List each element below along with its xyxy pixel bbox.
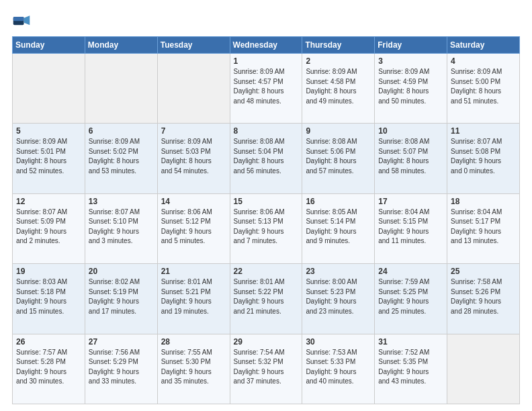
calendar-cell: 20Sunrise: 8:02 AM Sunset: 5:19 PM Dayli… bbox=[85, 264, 157, 334]
calendar-cell: 31Sunrise: 7:52 AM Sunset: 5:35 PM Dayli… bbox=[375, 334, 447, 404]
weekday-header-saturday: Saturday bbox=[447, 37, 520, 54]
day-info: Sunrise: 8:06 AM Sunset: 5:12 PM Dayligh… bbox=[161, 208, 226, 246]
weekday-header-sunday: Sunday bbox=[13, 37, 85, 54]
day-number: 1 bbox=[234, 56, 299, 66]
calendar-cell: 10Sunrise: 8:08 AM Sunset: 5:07 PM Dayli… bbox=[375, 124, 447, 193]
day-number: 6 bbox=[89, 126, 154, 136]
day-number: 20 bbox=[89, 267, 154, 276]
day-number: 3 bbox=[378, 56, 443, 66]
day-info: Sunrise: 8:01 AM Sunset: 5:22 PM Dayligh… bbox=[234, 277, 299, 316]
calendar-cell: 30Sunrise: 7:53 AM Sunset: 5:33 PM Dayli… bbox=[302, 334, 375, 404]
calendar-cell: 27Sunrise: 7:56 AM Sunset: 5:29 PM Dayli… bbox=[85, 334, 157, 404]
calendar-cell: 15Sunrise: 8:06 AM Sunset: 5:13 PM Dayli… bbox=[230, 193, 302, 263]
day-number: 2 bbox=[306, 56, 371, 66]
weekday-header-row: SundayMondayTuesdayWednesdayThursdayFrid… bbox=[13, 37, 520, 54]
weekday-header-thursday: Thursday bbox=[302, 37, 375, 54]
calendar-cell: 13Sunrise: 8:07 AM Sunset: 5:10 PM Dayli… bbox=[85, 193, 157, 263]
logo-area bbox=[12, 12, 34, 31]
day-info: Sunrise: 8:09 AM Sunset: 5:00 PM Dayligh… bbox=[451, 67, 516, 106]
day-number: 13 bbox=[89, 197, 154, 206]
day-info: Sunrise: 8:06 AM Sunset: 5:13 PM Dayligh… bbox=[234, 208, 299, 246]
day-info: Sunrise: 8:07 AM Sunset: 5:10 PM Dayligh… bbox=[89, 208, 154, 246]
calendar-cell: 5Sunrise: 8:09 AM Sunset: 5:01 PM Daylig… bbox=[13, 124, 85, 193]
day-number: 22 bbox=[234, 267, 299, 276]
day-number: 10 bbox=[378, 126, 443, 136]
calendar-cell bbox=[157, 54, 230, 124]
day-info: Sunrise: 8:09 AM Sunset: 5:02 PM Dayligh… bbox=[89, 137, 154, 176]
svg-rect-1 bbox=[13, 17, 24, 21]
day-info: Sunrise: 8:07 AM Sunset: 5:09 PM Dayligh… bbox=[16, 208, 81, 246]
calendar-cell: 16Sunrise: 8:05 AM Sunset: 5:14 PM Dayli… bbox=[302, 193, 375, 263]
calendar-cell: 25Sunrise: 7:58 AM Sunset: 5:26 PM Dayli… bbox=[447, 264, 520, 334]
day-number: 29 bbox=[234, 337, 299, 347]
day-number: 16 bbox=[306, 197, 371, 206]
day-number: 21 bbox=[161, 267, 226, 276]
day-number: 14 bbox=[161, 197, 226, 206]
day-info: Sunrise: 8:02 AM Sunset: 5:19 PM Dayligh… bbox=[89, 277, 154, 316]
calendar-cell: 14Sunrise: 8:06 AM Sunset: 5:12 PM Dayli… bbox=[157, 193, 230, 263]
day-info: Sunrise: 8:09 AM Sunset: 5:01 PM Dayligh… bbox=[16, 137, 81, 176]
calendar-cell: 1Sunrise: 8:09 AM Sunset: 4:57 PM Daylig… bbox=[230, 54, 302, 124]
calendar-cell: 11Sunrise: 8:07 AM Sunset: 5:08 PM Dayli… bbox=[447, 124, 520, 193]
day-number: 5 bbox=[16, 126, 81, 136]
calendar-cell: 7Sunrise: 8:09 AM Sunset: 5:03 PM Daylig… bbox=[157, 124, 230, 193]
day-info: Sunrise: 8:08 AM Sunset: 5:06 PM Dayligh… bbox=[306, 137, 371, 176]
day-number: 30 bbox=[306, 337, 371, 347]
calendar-cell: 29Sunrise: 7:54 AM Sunset: 5:32 PM Dayli… bbox=[230, 334, 302, 404]
day-number: 23 bbox=[306, 267, 371, 276]
calendar-cell: 26Sunrise: 7:57 AM Sunset: 5:28 PM Dayli… bbox=[13, 334, 85, 404]
day-info: Sunrise: 8:04 AM Sunset: 5:15 PM Dayligh… bbox=[378, 208, 443, 246]
svg-marker-2 bbox=[24, 15, 30, 25]
calendar-week-row: 12Sunrise: 8:07 AM Sunset: 5:09 PM Dayli… bbox=[13, 193, 520, 263]
day-info: Sunrise: 8:05 AM Sunset: 5:14 PM Dayligh… bbox=[306, 208, 371, 246]
day-info: Sunrise: 8:00 AM Sunset: 5:23 PM Dayligh… bbox=[306, 277, 371, 316]
calendar-cell: 21Sunrise: 8:01 AM Sunset: 5:21 PM Dayli… bbox=[157, 264, 230, 334]
day-number: 7 bbox=[161, 126, 226, 136]
day-info: Sunrise: 8:07 AM Sunset: 5:08 PM Dayligh… bbox=[451, 137, 516, 176]
calendar-cell: 8Sunrise: 8:08 AM Sunset: 5:04 PM Daylig… bbox=[230, 124, 302, 193]
calendar-cell: 2Sunrise: 8:09 AM Sunset: 4:58 PM Daylig… bbox=[302, 54, 375, 124]
day-number: 26 bbox=[16, 337, 81, 347]
day-number: 19 bbox=[16, 267, 81, 276]
page: SundayMondayTuesdayWednesdayThursdayFrid… bbox=[0, 0, 532, 411]
day-info: Sunrise: 8:09 AM Sunset: 4:57 PM Dayligh… bbox=[234, 67, 299, 106]
calendar-cell: 17Sunrise: 8:04 AM Sunset: 5:15 PM Dayli… bbox=[375, 193, 447, 263]
logo-icon bbox=[12, 12, 31, 31]
day-info: Sunrise: 8:01 AM Sunset: 5:21 PM Dayligh… bbox=[161, 277, 226, 316]
day-number: 9 bbox=[306, 126, 371, 136]
calendar-week-row: 1Sunrise: 8:09 AM Sunset: 4:57 PM Daylig… bbox=[13, 54, 520, 124]
day-info: Sunrise: 8:08 AM Sunset: 5:04 PM Dayligh… bbox=[234, 137, 299, 176]
day-number: 17 bbox=[378, 197, 443, 206]
day-number: 18 bbox=[451, 197, 516, 206]
calendar-cell: 6Sunrise: 8:09 AM Sunset: 5:02 PM Daylig… bbox=[85, 124, 157, 193]
day-number: 31 bbox=[378, 337, 443, 347]
day-info: Sunrise: 8:09 AM Sunset: 4:58 PM Dayligh… bbox=[306, 67, 371, 106]
day-number: 11 bbox=[451, 126, 516, 136]
calendar-cell: 23Sunrise: 8:00 AM Sunset: 5:23 PM Dayli… bbox=[302, 264, 375, 334]
day-info: Sunrise: 7:54 AM Sunset: 5:32 PM Dayligh… bbox=[234, 348, 299, 387]
day-number: 27 bbox=[89, 337, 154, 347]
weekday-header-wednesday: Wednesday bbox=[230, 37, 302, 54]
weekday-header-tuesday: Tuesday bbox=[157, 37, 230, 54]
calendar-week-row: 5Sunrise: 8:09 AM Sunset: 5:01 PM Daylig… bbox=[13, 124, 520, 193]
weekday-header-friday: Friday bbox=[375, 37, 447, 54]
header bbox=[12, 12, 520, 31]
day-info: Sunrise: 7:56 AM Sunset: 5:29 PM Dayligh… bbox=[89, 348, 154, 387]
calendar-cell bbox=[447, 334, 520, 404]
day-info: Sunrise: 8:09 AM Sunset: 4:59 PM Dayligh… bbox=[378, 67, 443, 106]
calendar-cell bbox=[13, 54, 85, 124]
calendar-cell: 3Sunrise: 8:09 AM Sunset: 4:59 PM Daylig… bbox=[375, 54, 447, 124]
calendar-table: SundayMondayTuesdayWednesdayThursdayFrid… bbox=[12, 36, 520, 404]
calendar-cell bbox=[85, 54, 157, 124]
day-number: 15 bbox=[234, 197, 299, 206]
calendar-week-row: 19Sunrise: 8:03 AM Sunset: 5:18 PM Dayli… bbox=[13, 264, 520, 334]
day-number: 25 bbox=[451, 267, 516, 276]
calendar-cell: 19Sunrise: 8:03 AM Sunset: 5:18 PM Dayli… bbox=[13, 264, 85, 334]
calendar-cell: 28Sunrise: 7:55 AM Sunset: 5:30 PM Dayli… bbox=[157, 334, 230, 404]
day-info: Sunrise: 8:08 AM Sunset: 5:07 PM Dayligh… bbox=[378, 137, 443, 176]
day-number: 8 bbox=[234, 126, 299, 136]
day-info: Sunrise: 7:57 AM Sunset: 5:28 PM Dayligh… bbox=[16, 348, 81, 387]
day-number: 12 bbox=[16, 197, 81, 206]
day-info: Sunrise: 7:55 AM Sunset: 5:30 PM Dayligh… bbox=[161, 348, 226, 387]
weekday-header-monday: Monday bbox=[85, 37, 157, 54]
